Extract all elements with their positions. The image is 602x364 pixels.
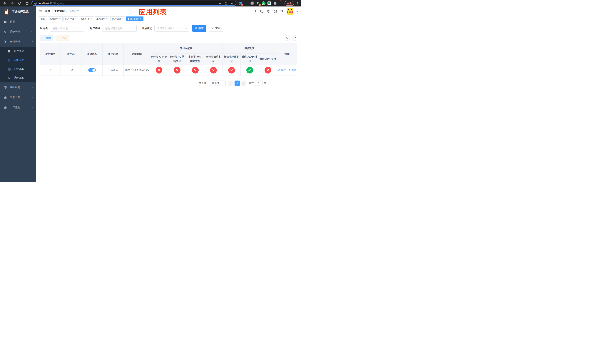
tab-user-group[interactable]: 用户分组× [64,16,78,21]
sidebar-item-merchant-info[interactable]: 商户信息 [0,47,36,56]
app-name-label: 应用名 [40,27,48,30]
breadcrumb-payment[interactable]: 支付管理 [54,10,64,13]
col-merchant: 商户名称 [103,43,124,65]
yen-icon: ¥ [4,40,7,43]
url-text: localhost:1024/pay/app [39,2,218,5]
status-alipay-pc-icon [174,67,181,74]
chevron-down-icon [31,96,33,98]
sidebar-item-refund-order[interactable]: 退款订单 [0,74,36,82]
trash-icon [288,69,291,71]
export-button[interactable]: 导出 [56,35,69,41]
url-bar[interactable]: localhost:1024/pay/app [32,1,236,6]
col-alipay-app: 支付宝 APP 支付 [150,54,168,65]
sidebar-item-label: 首页 [10,20,15,23]
toggle-search-button[interactable] [285,35,290,41]
reload-icon[interactable] [18,1,22,5]
sidebar-item-dev-tools[interactable]: 研发工具 [0,92,36,102]
extensions-puzzle-icon[interactable] [273,1,277,5]
tab-process-form[interactable]: 流程表单× [48,16,63,21]
add-button[interactable]: ＋ 新增 [40,35,53,41]
dashboard-icon [4,20,7,23]
extension-command-icon[interactable]: ⌘ [250,1,254,5]
extension-avatar-icon[interactable]: 1 [256,1,260,5]
home-icon[interactable] [25,1,29,5]
merchant-name-input[interactable] [102,25,137,32]
extension-grid-icon[interactable]: 10 [239,1,243,5]
info-icon[interactable] [34,2,37,5]
tab-merchant-info[interactable]: 商户信息× [110,16,125,21]
goto-page-input[interactable] [255,81,262,86]
github-icon[interactable] [260,9,264,13]
close-tab-icon[interactable]: × [106,18,108,20]
collapse-sidebar-icon[interactable] [36,10,45,13]
help-icon[interactable] [267,10,270,13]
chevron-up-icon [31,41,33,43]
breadcrumb-home[interactable]: 首页 [45,10,50,13]
avatar-caret-icon[interactable] [297,11,298,13]
font-size-icon[interactable]: TT [280,9,283,13]
close-tab-icon[interactable]: × [59,18,61,20]
prev-page-button[interactable]: ‹ [228,81,233,86]
edit-link[interactable]: 修改 [278,68,286,72]
app-name-input[interactable] [50,25,85,32]
extension-gem-icon[interactable] [245,1,248,5]
col-group-alipay: 支付宝配置 [150,43,223,54]
current-page-button[interactable]: 1 [235,81,240,86]
tab-refund-order[interactable]: 退款订单× [95,16,110,21]
extension-y-icon[interactable]: y [262,1,266,5]
sidebar-item-label: 基础设施 [10,86,20,89]
close-tab-icon[interactable]: × [122,18,123,20]
filter-form: 应用名 商户名称 开启状态 请选择开启状态 搜索 重置 [40,25,297,32]
pagination: 共 1 条 10条/页 ‹ 1 › 前往 页 [40,81,297,86]
download-icon [58,37,61,39]
app-logo-row[interactable]: 芋道管理系统 [0,7,36,17]
extension-badge-orange: 1 [259,4,261,6]
extension-emoji-icon[interactable] [279,1,283,5]
sidebar-item-system[interactable]: ⚙ 系统管理 [0,27,36,37]
back-icon[interactable] [3,1,7,5]
browser-menu-icon[interactable]: ⋮ [296,2,301,5]
close-tab-icon[interactable]: × [90,18,92,20]
fullscreen-icon[interactable] [274,10,277,13]
browser-update-button[interactable]: 更新 [285,1,294,6]
tab-app-info[interactable]: 应用信息× [126,16,143,21]
close-tab-icon[interactable]: × [140,18,142,20]
status-select[interactable]: 请选择开启状态 [154,25,189,32]
reset-button[interactable]: 重置 [209,25,223,32]
avatar[interactable] [287,8,293,15]
extension-icons: 10 ⌘ 1 y [238,1,285,5]
extension-chat-icon[interactable] [268,1,271,5]
status-alipay-qr-icon [210,67,217,74]
sidebar-item-payment[interactable]: ¥ 支付管理 [0,37,36,47]
table-toolbar: ＋ 新增 导出 [40,35,297,41]
next-page-button[interactable]: › [241,81,246,86]
close-tab-icon[interactable]: × [75,18,77,20]
search-button[interactable]: 搜索 [192,25,206,32]
url-path: :1024/pay/app [49,2,64,5]
top-navbar: 首页 / 支付管理 / 应用信息 TT [36,7,301,16]
sidebar-item-infrastructure[interactable]: 基础设施 [0,82,36,92]
navbar-actions: TT [253,8,301,15]
sidebar-item-app-info[interactable]: 应用信息 [0,56,36,65]
sidebar-item-home[interactable]: 首页 [0,17,36,27]
star-icon[interactable] [230,2,234,5]
share-icon[interactable] [224,2,227,5]
documents-icon [7,76,11,80]
sidebar-item-pay-order[interactable]: ¥ 支付订单 [0,65,36,74]
tab-pay-order[interactable]: 支付订单× [79,16,94,21]
cell-app-id: 6 [40,65,61,75]
url-host: localhost [39,2,49,5]
sidebar-item-workflow[interactable]: 工作流程 [0,102,36,112]
key-icon[interactable] [218,2,221,5]
cell-actions: 修改 删除 [277,65,297,75]
tab-home[interactable]: 首页 [39,16,47,21]
pencil-icon [278,69,280,71]
search-icon[interactable] [253,10,257,13]
refresh-table-button[interactable] [292,35,297,41]
page-size-select[interactable]: 10条/页 [209,81,226,86]
tags-view: 首页 流程表单× 用户分组× 支付订单× 退款订单× 商户信息× 应用信息× [36,16,301,22]
delete-link[interactable]: 删除 [288,68,296,72]
forward-icon[interactable] [10,1,14,5]
plus-icon: ＋ [43,36,45,40]
enabled-toggle[interactable] [88,68,96,72]
